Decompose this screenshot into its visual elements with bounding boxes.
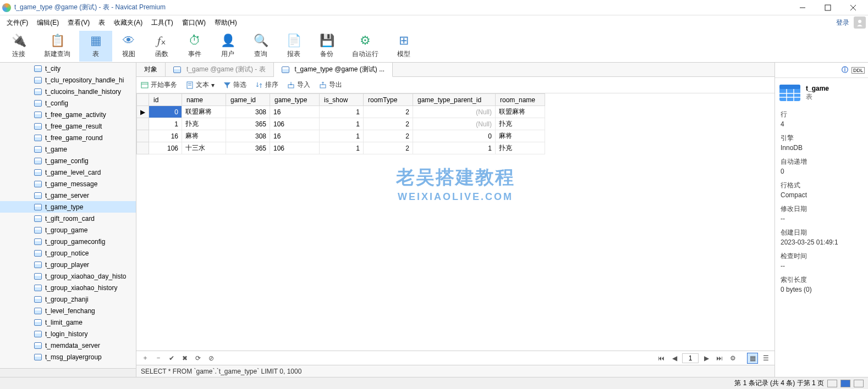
menu-3[interactable]: 表 [94, 17, 109, 29]
menu-7[interactable]: 帮助(H) [210, 17, 241, 29]
cell-3-5[interactable]: 2 [364, 142, 413, 154]
tab-1[interactable]: t_game @game (测试) - 表 [166, 63, 274, 76]
close-button[interactable] [840, 0, 866, 15]
page-input[interactable] [682, 353, 699, 363]
add-row-button[interactable]: ＋ [140, 353, 151, 364]
cell-1-1[interactable]: 扑克 [182, 118, 226, 130]
cell-2-7[interactable]: 麻将 [496, 130, 545, 142]
menu-1[interactable]: 编辑(E) [32, 17, 63, 29]
cell-2-2[interactable]: 308 [226, 130, 270, 142]
login-link[interactable]: 登录 [836, 18, 849, 27]
table-row[interactable]: 1扑克36510612(Null)扑克 [137, 118, 545, 130]
menu-6[interactable]: 窗口(W) [178, 17, 210, 29]
cell-0-3[interactable]: 16 [270, 106, 320, 118]
begin-transaction-button[interactable]: 开始事务 [141, 80, 177, 90]
tree-item-t_game[interactable]: t_game [0, 143, 136, 155]
col-room_name[interactable]: room_name [496, 94, 545, 106]
tree-item-t_game_message[interactable]: t_game_message [0, 178, 136, 190]
tree-item-t_group_zhanji[interactable]: t_group_zhanji [0, 293, 136, 305]
cell-2-4[interactable]: 1 [320, 130, 364, 142]
tree-item-t_group_xiaohao_day_histo[interactable]: t_group_xiaohao_day_histo [0, 270, 136, 282]
filter-button[interactable]: 筛选 [223, 80, 246, 90]
cell-1-2[interactable]: 365 [226, 118, 270, 130]
stop-button[interactable]: ⊘ [206, 353, 217, 364]
col-name[interactable]: name [182, 94, 226, 106]
tree-item-t_limit_game[interactable]: t_limit_game [0, 316, 136, 328]
tool-用户[interactable]: 👤用户 [211, 31, 244, 62]
cell-1-4[interactable]: 1 [320, 118, 364, 130]
cell-0-4[interactable]: 1 [320, 106, 364, 118]
form-view-icon[interactable]: ☰ [760, 353, 771, 364]
cell-0-6[interactable]: (Null) [413, 106, 496, 118]
prev-page-button[interactable]: ◀ [669, 353, 680, 364]
tree-item-t_city[interactable]: t_city [0, 63, 136, 74]
cell-2-1[interactable]: 麻将 [182, 130, 226, 142]
col-game_id[interactable]: game_id [226, 94, 270, 106]
sort-button[interactable]: 排序 [255, 80, 278, 90]
cell-1-3[interactable]: 106 [270, 118, 320, 130]
cell-3-2[interactable]: 365 [226, 142, 270, 154]
tool-函数[interactable]: 𝑓ₓ函数 [145, 31, 178, 62]
col-game_type[interactable]: game_type [270, 94, 320, 106]
tool-模型[interactable]: ⊞模型 [387, 31, 420, 62]
apply-button[interactable]: ✔ [166, 353, 177, 364]
tool-备份[interactable]: 💾备份 [310, 31, 343, 62]
cell-0-5[interactable]: 2 [364, 106, 413, 118]
tool-新建查询[interactable]: 📋新建查询 [35, 31, 79, 62]
tree-item-t_free_game_round[interactable]: t_free_game_round [0, 132, 136, 143]
maximize-button[interactable] [815, 0, 840, 15]
cell-0-1[interactable]: 联盟麻将 [182, 106, 226, 118]
row-pointer[interactable] [137, 118, 149, 130]
cancel-button[interactable]: ✖ [179, 353, 190, 364]
cell-2-0[interactable]: 16 [149, 130, 182, 142]
tree-item-t_memdata_server[interactable]: t_memdata_server [0, 340, 136, 351]
row-pointer[interactable] [137, 142, 149, 154]
tree-item-t_level_fenchang[interactable]: t_level_fenchang [0, 305, 136, 316]
status-box-1[interactable] [827, 380, 837, 387]
tool-表[interactable]: ▦表 [79, 31, 112, 62]
data-grid[interactable]: idnamegame_idgame_typeis_showroomTypegam… [136, 93, 545, 154]
delete-row-button[interactable]: － [153, 353, 164, 364]
ddl-icon[interactable]: DDL [851, 67, 865, 74]
cell-1-6[interactable]: (Null) [413, 118, 496, 130]
menu-2[interactable]: 查看(V) [63, 17, 94, 29]
export-button[interactable]: 导出 [319, 80, 342, 90]
cell-0-7[interactable]: 联盟麻将 [496, 106, 545, 118]
grid-view-icon[interactable]: ▦ [747, 353, 758, 364]
tree-item-t_free_game_result[interactable]: t_free_game_result [0, 120, 136, 132]
table-tree[interactable]: t_cityt_clu_repository_handle_hit_clucoi… [0, 63, 136, 368]
menu-4[interactable]: 收藏夹(A) [109, 17, 147, 29]
tree-item-t_login_history[interactable]: t_login_history [0, 328, 136, 340]
table-row[interactable]: ▶0联盟麻将3081612(Null)联盟麻将 [137, 106, 545, 118]
tree-item-t_game_level_card[interactable]: t_game_level_card [0, 166, 136, 178]
tree-item-t_clu_repository_handle_hi[interactable]: t_clu_repository_handle_hi [0, 74, 136, 86]
tab-2[interactable]: t_game_type @game (测试) ... [274, 63, 393, 77]
last-page-button[interactable]: ⏭ [714, 353, 725, 364]
import-button[interactable]: 导入 [287, 80, 310, 90]
tree-item-t_game_type[interactable]: t_game_type [0, 201, 136, 213]
col-is_show[interactable]: is_show [320, 94, 364, 106]
tool-事件[interactable]: ⏱事件 [178, 31, 211, 62]
menu-0[interactable]: 文件(F) [2, 17, 32, 29]
cell-1-7[interactable]: 扑克 [496, 118, 545, 130]
refresh-button[interactable]: ⟳ [193, 353, 204, 364]
tool-自动运行[interactable]: ⚙自动运行 [343, 31, 387, 62]
tree-item-t_group_gameconfig[interactable]: t_group_gameconfig [0, 236, 136, 247]
col-game_type_parent_id[interactable]: game_type_parent_id [413, 94, 496, 106]
text-view-button[interactable]: 文本 ▾ [186, 80, 215, 90]
tab-0[interactable]: 对象 [136, 63, 166, 76]
cell-3-3[interactable]: 106 [270, 142, 320, 154]
tree-item-t_game_server[interactable]: t_game_server [0, 190, 136, 201]
tool-连接[interactable]: 🔌连接 [2, 31, 35, 62]
tree-item-t_config[interactable]: t_config [0, 97, 136, 109]
col-id[interactable]: id [149, 94, 182, 106]
info-icon[interactable]: ⓘ [842, 65, 848, 75]
col-roomType[interactable]: roomType [364, 94, 413, 106]
cell-2-5[interactable]: 2 [364, 130, 413, 142]
tree-item-t_group_xiaohao_history[interactable]: t_group_xiaohao_history [0, 282, 136, 293]
cell-2-3[interactable]: 16 [270, 130, 320, 142]
cell-0-2[interactable]: 308 [226, 106, 270, 118]
tree-item-t_group_player[interactable]: t_group_player [0, 259, 136, 270]
first-page-button[interactable]: ⏮ [656, 353, 667, 364]
table-row[interactable]: 106十三水365106121扑克 [137, 142, 545, 154]
